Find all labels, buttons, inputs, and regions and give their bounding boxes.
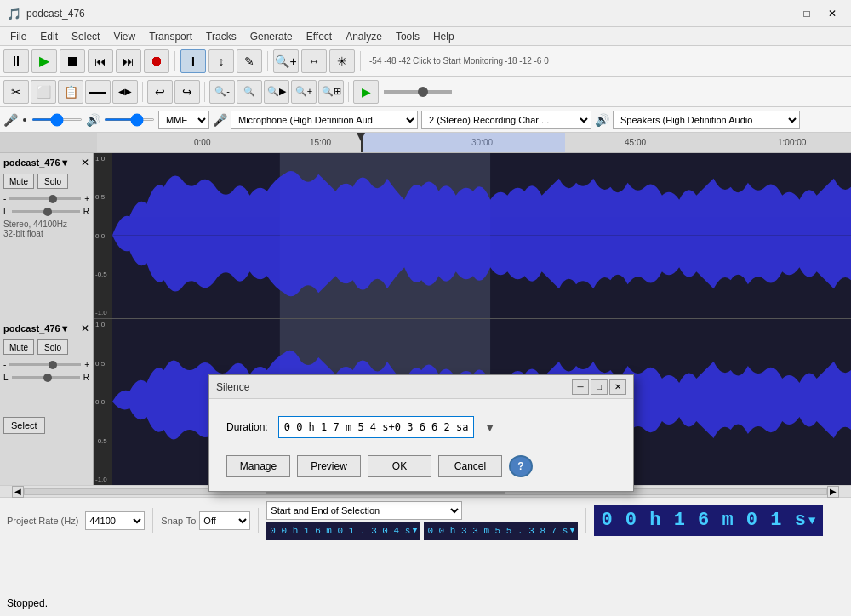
snap-to-group: Snap-To Off [161, 511, 250, 530]
redo-button[interactable]: ↪ [174, 80, 200, 104]
big-time-dropdown[interactable]: ▼ [808, 514, 816, 528]
track-2-panel: podcast_476▼ ✕ Mute Solo - + L R [0, 319, 94, 485]
zoom-norm-button[interactable]: 🔍 [237, 80, 262, 104]
pan-thumb[interactable] [43, 208, 52, 216]
statusbar-content: Project Rate (Hz) 44100 Snap-To Off Star… [7, 498, 844, 540]
duration-label: Duration: [226, 421, 268, 433]
cancel-button[interactable]: Cancel [438, 455, 502, 477]
output-volume-slider[interactable] [104, 118, 155, 121]
gain-thumb[interactable] [49, 195, 57, 203]
transport-toolbar: ⏸ ▶ ⏹ ⏮ ⏭ ⏺ I ↕ ✎ 🔍+ ↔ ✳ -54 -48 -42 Cli… [0, 46, 851, 77]
minimize-button[interactable]: ─ [769, 3, 793, 24]
click-monitor[interactable]: Click to Start Monitoring [413, 56, 503, 66]
t2-pan-slider[interactable] [12, 376, 80, 379]
speed-slider[interactable] [384, 90, 452, 94]
gain-slider[interactable] [9, 197, 81, 200]
preview-button[interactable]: Preview [297, 455, 361, 477]
pan-slider[interactable] [12, 210, 80, 213]
titlebar: 🎵 podcast_476 ─ □ ✕ [0, 0, 851, 27]
draw-tool-button[interactable]: ✎ [237, 49, 262, 73]
envelope-tool-button[interactable]: ↕ [208, 49, 234, 73]
dialog-maximize[interactable]: □ [591, 379, 608, 395]
star-button[interactable]: ✳ [329, 49, 355, 73]
menu-tools[interactable]: Tools [389, 29, 426, 44]
menu-select[interactable]: Select [65, 29, 106, 44]
t2-pan-r: R [83, 373, 89, 382]
track-2-close[interactable]: ✕ [81, 322, 89, 334]
track-2-mute[interactable]: Mute [3, 339, 34, 355]
track-1-close[interactable]: ✕ [81, 157, 89, 168]
pause-button[interactable]: ⏸ [3, 49, 29, 73]
record-button[interactable]: ⏺ [144, 49, 169, 73]
zoom-in-button[interactable]: 🔍+ [273, 49, 299, 73]
vu-label-right: -18 -12 -6 0 [505, 56, 549, 66]
dialog-close[interactable]: ✕ [609, 379, 626, 395]
t2-gain-slider[interactable] [9, 363, 81, 366]
zoom-fit-button[interactable]: 🔍▶ [264, 80, 289, 104]
manage-button[interactable]: Manage [226, 455, 290, 477]
separator [174, 51, 175, 71]
duration-input[interactable] [278, 416, 474, 438]
scroll-right-button[interactable]: ▶ [827, 486, 839, 498]
select-tool-button[interactable]: I [180, 49, 206, 73]
start-time-display[interactable]: 0 0 h 1 6 m 0 1 . 3 0 4 s ▼ [266, 522, 420, 540]
mic-icon2: 🎤 [213, 113, 227, 127]
t2-pan-thumb[interactable] [43, 374, 52, 382]
skip-back-button[interactable]: ⏮ [88, 49, 113, 73]
silence-button[interactable]: ▬▬ [85, 80, 111, 104]
input-volume-slider[interactable] [31, 118, 83, 121]
sep4 [142, 82, 143, 102]
copy-button[interactable]: ⬜ [31, 80, 56, 104]
menu-analyze[interactable]: Analyze [339, 29, 389, 44]
channels-select[interactable]: 2 (Stereo) Recording Char ... [421, 111, 591, 129]
dialog-minimize[interactable]: ─ [572, 379, 589, 395]
track-2-solo[interactable]: Solo [37, 339, 68, 355]
skip-forward-button[interactable]: ⏭ [116, 49, 141, 73]
cut-button[interactable]: ✂ [3, 80, 29, 104]
select-button[interactable]: Select [3, 417, 45, 434]
duration-dropdown-arrow[interactable]: ▼ [484, 420, 496, 434]
snap-to-select[interactable]: Off [199, 511, 250, 530]
end-time-dropdown[interactable]: ▼ [569, 526, 574, 535]
track-1-mute[interactable]: Mute [3, 174, 34, 189]
start-time-dropdown[interactable]: ▼ [412, 526, 417, 535]
t2-gain-thumb[interactable] [49, 361, 57, 369]
track-1-row: podcast_476▼ ✕ Mute Solo - + L [0, 153, 851, 319]
output-device-select[interactable]: Speakers (High Definition Audio [613, 111, 800, 129]
menu-transport[interactable]: Transport [142, 29, 199, 44]
fit-h-button[interactable]: ↔ [301, 49, 327, 73]
project-rate-select[interactable]: 44100 [85, 511, 145, 530]
input-device-select[interactable]: Microphone (High Definition Aud [231, 111, 418, 129]
undo-button[interactable]: ↩ [147, 80, 173, 104]
menu-generate[interactable]: Generate [243, 29, 300, 44]
zoom-extra[interactable]: 🔍⊞ [318, 80, 344, 104]
trim-button[interactable]: ◀▶ [112, 80, 138, 104]
close-button[interactable]: ✕ [820, 3, 844, 24]
help-button[interactable]: ? [509, 455, 533, 477]
track-1-solo[interactable]: Solo [37, 174, 68, 189]
speed-thumb[interactable] [418, 87, 428, 97]
menu-effect[interactable]: Effect [300, 29, 339, 44]
end-time-display[interactable]: 0 0 h 3 3 m 5 5 . 3 8 7 s ▼ [424, 522, 578, 540]
menu-tracks[interactable]: Tracks [199, 29, 243, 44]
statusbar: Stopped. Project Rate (Hz) 44100 Snap-To… [0, 497, 851, 539]
maximize-button[interactable]: □ [795, 3, 819, 24]
device-bar: 🎤 🔊 MME 🎤 Microphone (High Definition Au… [0, 107, 851, 133]
zoom-out-button[interactable]: 🔍- [209, 80, 235, 104]
play-button[interactable]: ▶ [31, 49, 57, 73]
waveform-svg-1 [112, 153, 851, 318]
ok-button[interactable]: OK [368, 455, 431, 477]
track-2-name: podcast_476▼ [3, 323, 70, 334]
zoom-sel-button[interactable]: 🔍+ [291, 80, 317, 104]
play-cut-button[interactable]: ▶ [353, 80, 379, 104]
selection-type-select[interactable]: Start and End of Selection [266, 501, 462, 520]
stop-button[interactable]: ⏹ [60, 49, 85, 73]
snap-to-label: Snap-To [161, 516, 196, 526]
menu-file[interactable]: File [3, 29, 33, 44]
host-select[interactable]: MME [158, 111, 209, 129]
menu-edit[interactable]: Edit [33, 29, 65, 44]
menu-view[interactable]: View [106, 29, 142, 44]
menu-help[interactable]: Help [426, 29, 461, 44]
scroll-left-button[interactable]: ◀ [12, 486, 24, 498]
paste-button[interactable]: 📋 [58, 80, 83, 104]
